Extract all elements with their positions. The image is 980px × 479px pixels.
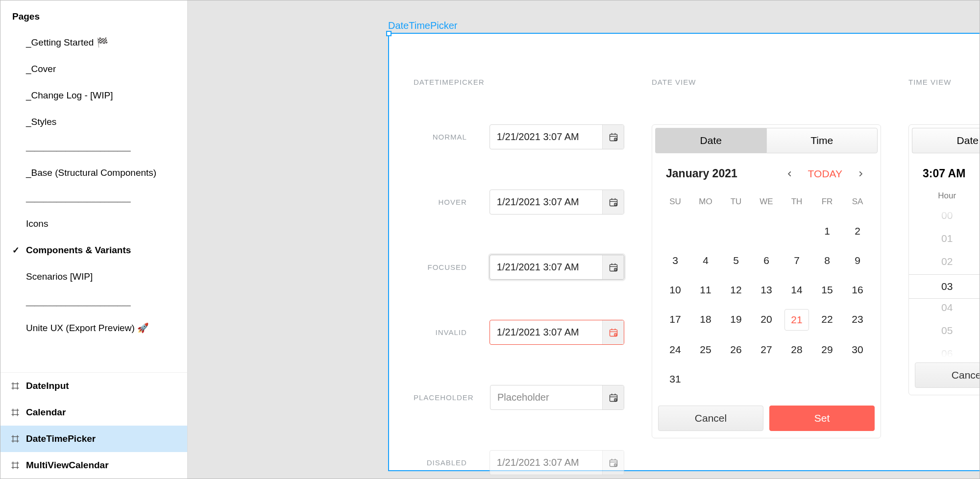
calendar-day-cell[interactable]: 24: [660, 340, 690, 359]
calendar-month-label[interactable]: January 2021: [666, 167, 775, 180]
calendar-day-cell[interactable]: 16: [842, 280, 873, 300]
datetimepicker-input[interactable]: 1/21/2021 3:07 AM: [490, 124, 624, 149]
datetimepicker-input[interactable]: 1/21/2021 3:07 AM: [490, 320, 624, 345]
datetimepicker-input[interactable]: 1/21/2021 3:07 AM: [490, 255, 624, 280]
datetimepicker-input[interactable]: 1/21/2021 3:07 AM: [490, 190, 624, 215]
spinner-item[interactable]: 00: [909, 210, 980, 221]
layer-label: DateTimePicker: [26, 433, 96, 444]
layer-item[interactable]: DateTimePicker: [0, 426, 187, 452]
calendar-day-cell[interactable]: 4: [690, 251, 721, 270]
calendar-day-cell[interactable]: 1: [812, 221, 842, 241]
canvas[interactable]: DateTimePicker DATETIMEPICKER NORMAL1/21…: [188, 0, 980, 479]
calendar-day-cell[interactable]: 6: [751, 251, 782, 270]
calendar-day-cell[interactable]: 11: [690, 280, 721, 300]
spinner-item[interactable]: 05: [909, 325, 980, 336]
calendar-day-cell[interactable]: 28: [782, 340, 812, 359]
calendar-day-cell[interactable]: 14: [782, 280, 812, 300]
layer-label: Calendar: [26, 407, 66, 418]
layer-item[interactable]: Calendar: [0, 399, 187, 426]
calendar-day-cell[interactable]: 22: [812, 310, 842, 330]
calendar-empty-cell: [721, 369, 751, 389]
calendar-empty-cell: [751, 221, 782, 241]
page-item[interactable]: _Base (Structural Components): [0, 160, 187, 186]
calendar-day-cell[interactable]: 23: [842, 310, 873, 330]
seg-time-button[interactable]: Time: [766, 128, 878, 153]
calendar-clock-icon[interactable]: [602, 385, 624, 409]
calendar-clock-icon[interactable]: [602, 125, 624, 149]
page-item[interactable]: _Change Log - [WIP]: [0, 82, 187, 109]
cancel-button[interactable]: Cancel: [658, 406, 763, 431]
day-of-week-label: MO: [690, 192, 721, 212]
seg-date-button[interactable]: Date: [912, 128, 980, 153]
calendar-day-cell[interactable]: 13: [751, 280, 782, 300]
calendar-day-cell[interactable]: 29: [812, 340, 842, 359]
page-item[interactable]: Icons: [0, 211, 187, 237]
calendar-clock-icon[interactable]: [602, 190, 624, 214]
page-separator: ________________________: [0, 135, 187, 160]
page-item[interactable]: Unite UX (Export Preview) 🚀: [0, 314, 187, 341]
layer-label: MultiViewCalendar: [26, 460, 109, 471]
layer-item[interactable]: DateInput: [0, 373, 187, 399]
sidebar-header: Pages: [0, 0, 187, 29]
page-item[interactable]: Scenarios [WIP]: [0, 263, 187, 290]
cancel-button[interactable]: Cancel: [915, 362, 980, 388]
frame-datetimepicker[interactable]: DATETIMEPICKER NORMAL1/21/2021 3:07 AMHO…: [388, 33, 980, 471]
datetimepicker-value: 1/21/2021 3:07 AM: [490, 125, 602, 149]
calendar-day-cell[interactable]: 19: [721, 310, 751, 330]
spinner-item[interactable]: 04: [909, 302, 980, 313]
datetimepicker-value: 1/21/2021 3:07 AM: [490, 451, 602, 475]
resize-handle-tl[interactable]: [386, 31, 392, 36]
page-item[interactable]: Components & Variants: [0, 237, 187, 263]
spinner-item[interactable]: 01: [909, 233, 980, 244]
day-of-week-label: TH: [782, 192, 812, 212]
calendar-day-cell[interactable]: 8: [812, 251, 842, 270]
calendar-day-cell[interactable]: 3: [660, 251, 690, 270]
layer-label: DateInput: [26, 381, 69, 391]
calendar-day-cell[interactable]: 27: [751, 340, 782, 359]
datetimepicker-input[interactable]: Placeholder: [490, 385, 624, 410]
prev-month-button[interactable]: [784, 168, 796, 180]
spinner-item[interactable]: 06: [909, 348, 980, 358]
today-button[interactable]: TODAY: [808, 168, 842, 180]
layer-item[interactable]: MultiViewCalendar: [0, 452, 187, 479]
next-month-button[interactable]: [854, 168, 867, 180]
datetimepicker-value: 1/21/2021 3:07 AM: [490, 190, 602, 214]
time-header: 3:07 AM NOW: [909, 156, 980, 188]
calendar-day-cell[interactable]: 2: [842, 221, 873, 241]
calendar-day-cell[interactable]: 30: [842, 340, 873, 359]
calendar-day-cell[interactable]: 7: [782, 251, 812, 270]
input-state-row: INVALID1/21/2021 3:07 AM: [414, 320, 624, 345]
state-label: FOCUSED: [414, 263, 467, 271]
page-item[interactable]: _Styles: [0, 109, 187, 135]
calendar-day-cell[interactable]: 21: [784, 309, 809, 331]
input-state-row: HOVER1/21/2021 3:07 AM: [414, 190, 624, 215]
page-item[interactable]: _Cover: [0, 56, 187, 82]
calendar-empty-cell: [751, 369, 782, 389]
set-button[interactable]: Set: [769, 406, 875, 431]
spinner-item[interactable]: 02: [909, 256, 980, 267]
calendar-day-cell[interactable]: 25: [690, 340, 721, 359]
seg-date-button[interactable]: Date: [655, 128, 766, 153]
calendar-day-cell[interactable]: 9: [842, 251, 873, 270]
calendar-day-cell[interactable]: 5: [721, 251, 751, 270]
calendar-day-cell[interactable]: 12: [721, 280, 751, 300]
svg-point-41: [614, 333, 616, 335]
calendar-clock-icon: [602, 451, 624, 475]
layers-list: DateInputCalendarDateTimePickerMultiView…: [0, 373, 187, 479]
calendar-day-cell[interactable]: 10: [660, 280, 690, 300]
calendar-day-cell[interactable]: 20: [751, 310, 782, 330]
hour-spinner[interactable]: 00010203040506: [909, 206, 980, 358]
calendar-day-cell[interactable]: 15: [812, 280, 842, 300]
calendar-clock-icon[interactable]: [602, 320, 624, 344]
frame-label[interactable]: DateTimePicker: [388, 20, 458, 31]
calendar-day-cell[interactable]: 31: [660, 369, 690, 389]
page-item[interactable]: _Getting Started 🏁: [0, 29, 187, 56]
calendar-empty-cell: [842, 369, 873, 389]
spinner-item[interactable]: 03: [909, 279, 980, 290]
calendar-day-cell[interactable]: 18: [690, 310, 721, 330]
calendar-day-cell[interactable]: 17: [660, 310, 690, 330]
calendar-clock-icon[interactable]: [602, 255, 624, 279]
time-spinners: 00010203040506 04050607080910 AMPM 03 07…: [909, 206, 980, 358]
calendar-day-cell[interactable]: 26: [721, 340, 751, 359]
svg-rect-30: [610, 264, 617, 271]
